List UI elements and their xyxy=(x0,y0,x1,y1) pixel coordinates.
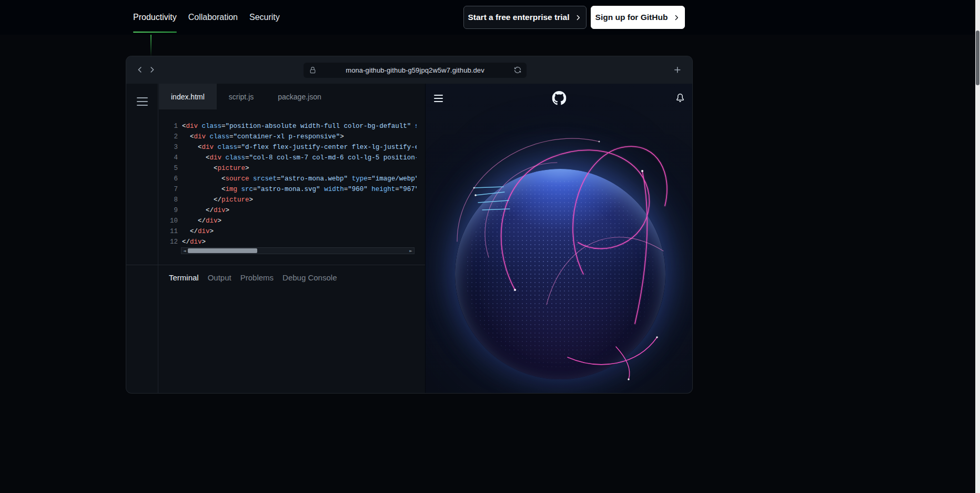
nav-tab-collaboration[interactable]: Collaboration xyxy=(188,0,238,35)
nav-tab-productivity[interactable]: Productivity xyxy=(133,0,177,35)
browser-chrome: mona-github-github-g59jpq2w5w7.github.de… xyxy=(126,56,692,84)
line-number: 7 xyxy=(158,184,178,195)
forward-icon[interactable] xyxy=(147,65,156,74)
code-text: <source srcset="astro-mona.webp" type="i… xyxy=(182,174,417,184)
panel-tabs: TerminalOutputProblemsDebug Console xyxy=(169,273,337,282)
panel-tab-terminal[interactable]: Terminal xyxy=(169,273,199,282)
back-icon[interactable] xyxy=(135,65,144,74)
new-tab-icon[interactable] xyxy=(673,66,682,74)
line-number: 10 xyxy=(158,216,178,226)
code-text: </div> xyxy=(182,205,229,216)
nav-tab-security[interactable]: Security xyxy=(249,0,280,35)
github-logo-icon xyxy=(552,91,566,105)
editor-rail xyxy=(126,84,158,393)
line-number: 3 xyxy=(158,142,178,153)
code-text: <div class="col-8 col-sm-7 col-md-6 col-… xyxy=(182,153,417,163)
file-tab-packagejson[interactable]: package.json xyxy=(266,84,334,109)
enterprise-trial-label: Start a free enterprise trial xyxy=(468,13,570,22)
scroll-left-arrow-icon[interactable]: ◄ xyxy=(181,248,188,254)
page-scrollbar[interactable] xyxy=(975,0,980,493)
panel-tab-debug-console[interactable]: Debug Console xyxy=(282,273,337,282)
refresh-icon[interactable] xyxy=(514,66,521,74)
codespace-window: mona-github-github-g59jpq2w5w7.github.de… xyxy=(126,56,692,393)
url-text: mona-github-github-g59jpq2w5w7.github.de… xyxy=(346,66,484,74)
signup-label: Sign up for GitHub xyxy=(595,13,668,22)
code-line: 5 <picture> xyxy=(158,163,417,174)
code-text: </div> xyxy=(182,216,221,226)
code-lines[interactable]: 1<div class="position-absolute width-ful… xyxy=(158,121,417,247)
address-bar[interactable]: mona-github-github-g59jpq2w5w7.github.de… xyxy=(304,63,527,78)
code-text: <img src="astro-mona.svg" width="960" he… xyxy=(182,184,417,195)
code-line: 1<div class="position-absolute width-ful… xyxy=(158,121,417,132)
file-tabs: index.htmlscript.jspackage.json xyxy=(159,84,334,109)
code-text: <div class="d-flex flex-justify-center f… xyxy=(182,142,417,153)
panel-tab-output[interactable]: Output xyxy=(208,273,231,282)
panel-divider xyxy=(126,265,425,265)
signup-button[interactable]: Sign up for GitHub xyxy=(591,6,685,29)
globe-visualization xyxy=(455,169,665,379)
nav-tabs: ProductivityCollaborationSecurity xyxy=(133,0,280,35)
code-text: </picture> xyxy=(182,195,253,205)
line-number: 4 xyxy=(158,153,178,163)
code-line: 7 <img src="astro-mona.svg" width="960" … xyxy=(158,184,417,195)
line-number: 6 xyxy=(158,174,178,184)
line-number: 12 xyxy=(158,237,178,247)
scrollbar-thumb[interactable] xyxy=(188,248,257,253)
code-text: <picture> xyxy=(182,163,249,174)
line-number: 1 xyxy=(158,121,178,132)
file-tab-scriptjs[interactable]: script.js xyxy=(217,84,266,109)
preview-menu-icon[interactable] xyxy=(434,95,443,102)
lock-icon xyxy=(309,67,316,74)
bell-icon[interactable] xyxy=(676,94,684,102)
code-line: 10 </div> xyxy=(158,216,417,226)
active-tab-beam xyxy=(150,33,151,57)
line-number: 8 xyxy=(158,195,178,205)
panel-tab-problems[interactable]: Problems xyxy=(240,273,274,282)
editor-horizontal-scrollbar[interactable]: ◄ ► xyxy=(181,247,415,254)
line-number: 5 xyxy=(158,163,178,174)
page: ProductivityCollaborationSecurity Start … xyxy=(0,0,980,493)
chevron-right-icon xyxy=(574,14,582,22)
line-number: 11 xyxy=(158,226,178,237)
code-line: 2 <div class="container-xl p-responsive"… xyxy=(158,132,417,142)
code-text: </div> xyxy=(182,237,206,247)
window-content: index.htmlscript.jspackage.json 1<div cl… xyxy=(126,84,692,393)
chevron-right-icon xyxy=(672,14,680,22)
line-number: 2 xyxy=(158,132,178,142)
code-line: 11 </div> xyxy=(158,226,417,237)
code-line: 9 </div> xyxy=(158,205,417,216)
line-number: 9 xyxy=(158,205,178,216)
code-line: 8 </picture> xyxy=(158,195,417,205)
code-line: 3 <div class="d-flex flex-justify-center… xyxy=(158,142,417,153)
file-tab-indexhtml[interactable]: index.html xyxy=(159,84,217,109)
editor-pane: index.htmlscript.jspackage.json 1<div cl… xyxy=(126,84,425,393)
enterprise-trial-button[interactable]: Start a free enterprise trial xyxy=(463,6,587,29)
code-text: <div class="position-absolute width-full… xyxy=(182,121,417,132)
scrollbar-track[interactable] xyxy=(188,248,408,254)
code-line: 6 <source srcset="astro-mona.webp" type=… xyxy=(158,174,417,184)
page-scrollbar-thumb[interactable] xyxy=(976,31,979,85)
code-line: 4 <div class="col-8 col-sm-7 col-md-6 co… xyxy=(158,153,417,163)
editor-menu-icon[interactable] xyxy=(137,97,148,106)
scroll-right-arrow-icon[interactable]: ► xyxy=(408,248,414,254)
preview-pane xyxy=(425,84,692,393)
code-line: 12</div> xyxy=(158,237,417,247)
code-text: <div class="container-xl p-responsive"> xyxy=(182,132,344,142)
code-text: </div> xyxy=(182,226,214,237)
top-navigation: ProductivityCollaborationSecurity Start … xyxy=(0,0,976,35)
